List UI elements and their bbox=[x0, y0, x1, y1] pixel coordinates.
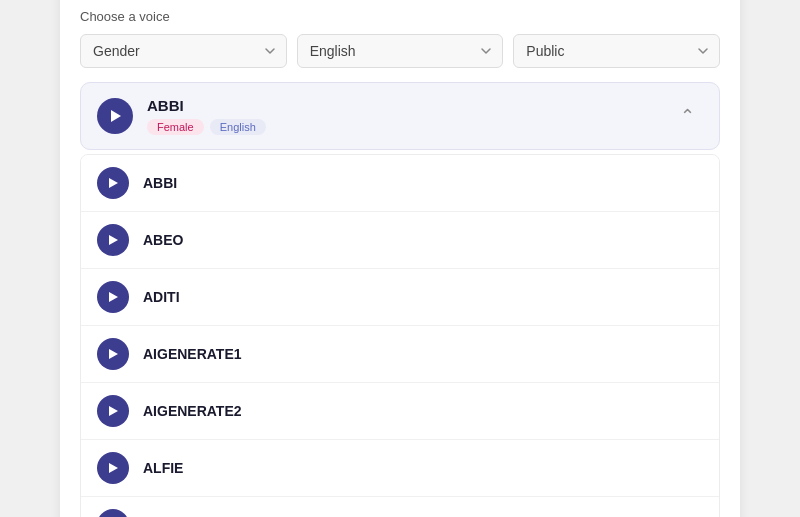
text-to-speech-panel: 💬 Text to speech Choose a voice Gender M… bbox=[60, 0, 740, 517]
voice-item-name: ALFIE bbox=[143, 460, 183, 476]
tag-english: English bbox=[210, 119, 266, 135]
svg-marker-6 bbox=[109, 463, 118, 473]
language-filter[interactable]: English French Spanish German bbox=[297, 34, 504, 68]
play-voice-button[interactable] bbox=[97, 281, 129, 313]
voice-item[interactable]: AMBER bbox=[81, 497, 719, 517]
filters-row: Gender Male Female English French Spanis… bbox=[80, 34, 720, 68]
svg-marker-2 bbox=[109, 235, 118, 245]
voice-item-name: ABBI bbox=[143, 175, 177, 191]
play-voice-button[interactable] bbox=[97, 338, 129, 370]
voice-item[interactable]: ABBI bbox=[81, 155, 719, 212]
play-voice-button[interactable] bbox=[97, 167, 129, 199]
expand-button[interactable]: ⌃ bbox=[672, 101, 703, 131]
voice-item[interactable]: ALFIE bbox=[81, 440, 719, 497]
play-voice-button[interactable] bbox=[97, 395, 129, 427]
svg-marker-0 bbox=[111, 110, 121, 122]
gender-filter[interactable]: Gender Male Female bbox=[80, 34, 287, 68]
selected-voice-info: ABBI Female English bbox=[147, 97, 658, 135]
selected-voice-card: ABBI Female English ⌃ bbox=[80, 82, 720, 150]
voice-item-name: ABEO bbox=[143, 232, 183, 248]
voice-item[interactable]: AIGENERATE2 bbox=[81, 383, 719, 440]
choose-voice-label: Choose a voice bbox=[80, 9, 720, 24]
voice-list: ABBIABEOADITIAIGENERATE1AIGENERATE2ALFIE… bbox=[80, 154, 720, 517]
selected-voice-tags: Female English bbox=[147, 119, 658, 135]
svg-marker-5 bbox=[109, 406, 118, 416]
play-voice-button[interactable] bbox=[97, 224, 129, 256]
play-selected-button[interactable] bbox=[97, 98, 133, 134]
voice-item-name: AIGENERATE1 bbox=[143, 346, 242, 362]
selected-voice-name: ABBI bbox=[147, 97, 658, 114]
play-voice-button[interactable] bbox=[97, 452, 129, 484]
voice-item[interactable]: ABEO bbox=[81, 212, 719, 269]
visibility-filter[interactable]: Public Private bbox=[513, 34, 720, 68]
svg-marker-1 bbox=[109, 178, 118, 188]
tag-female: Female bbox=[147, 119, 204, 135]
voice-item-name: AIGENERATE2 bbox=[143, 403, 242, 419]
voice-item-name: ADITI bbox=[143, 289, 180, 305]
svg-marker-3 bbox=[109, 292, 118, 302]
voice-item[interactable]: AIGENERATE1 bbox=[81, 326, 719, 383]
play-voice-button[interactable] bbox=[97, 509, 129, 517]
svg-marker-4 bbox=[109, 349, 118, 359]
voice-item[interactable]: ADITI bbox=[81, 269, 719, 326]
